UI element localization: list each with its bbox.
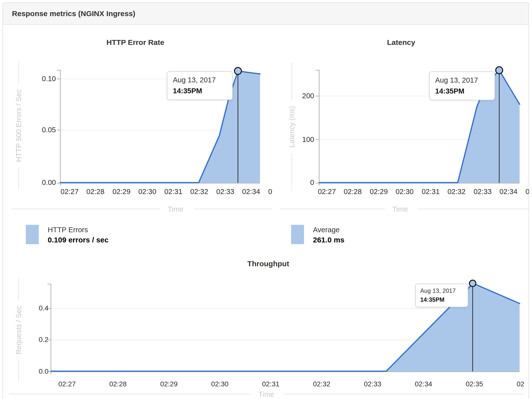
y-tick-label: 0.0 (19, 367, 48, 375)
tooltip-date: Aug 13, 2017 (420, 286, 468, 296)
axis-title-line (18, 167, 19, 190)
hover-marker-point[interactable] (496, 67, 503, 74)
axis-title-line (18, 278, 19, 300)
chart-title-latency: Latency (271, 38, 529, 47)
legend-swatch-average (291, 225, 304, 244)
x-tick-label: 02:33 (212, 188, 239, 196)
x-axis-title-errors: Time (161, 205, 190, 213)
y-axis-title-throughput: Requests / Sec (14, 278, 24, 382)
x-tick-label: 02:32 (308, 380, 335, 388)
axis-title-line (18, 61, 19, 84)
response-metrics-page: Response metrics (NGINX Ingress) HTTP Er… (0, 0, 532, 399)
axis-title-line (193, 209, 272, 209)
hover-marker-point[interactable] (469, 280, 476, 287)
legend-value: 0.109 errors / sec (48, 235, 109, 245)
legend-label: Average (313, 225, 344, 235)
axis-title-line (279, 209, 385, 209)
chart-http-error-rate[interactable]: HTTP Error Rate HTTP 500 Errors / Sec 0.… (2, 24, 272, 215)
x-tick-label: 02:28 (339, 188, 366, 196)
y-tick-label: 0.05 (26, 126, 56, 134)
x-tick-label: 02:27 (313, 188, 341, 196)
x-tick-label: 02:34 (410, 380, 437, 388)
chart-title-throughput: Throughput (2, 260, 524, 268)
x-tick-label: 02:27 (56, 188, 83, 196)
tooltip-time: 14:35PM (173, 86, 232, 96)
tooltip-date: Aug 13, 2017 (173, 74, 232, 86)
x-tick-label: 02:31 (160, 188, 187, 196)
x-tick-label: 02:30 (206, 380, 233, 388)
y-axis-title-errors: HTTP 500 Errors / Sec (14, 61, 24, 190)
card-header: Response metrics (NGINX Ingress) (3, 3, 529, 25)
hover-marker-point[interactable] (234, 67, 241, 74)
x-tick-label: 02:29 (155, 380, 183, 388)
legend-average-latency: Average 261.0 ms (291, 225, 344, 245)
x-tick-label: 02:29 (365, 188, 392, 196)
tooltip-error-rate: Aug 13, 2017 14:35PM (167, 71, 233, 100)
x-tick-label-clipped: 02:35 (521, 188, 529, 196)
x-tick-label: 02:33 (359, 380, 386, 388)
page-title: Response metrics (NGINX Ingress) (12, 3, 135, 24)
x-tick-label: 02:31 (257, 380, 284, 388)
y-tick-label: 0.00 (26, 178, 56, 187)
y-tick-label: 0.2 (19, 336, 48, 344)
x-tick-label: 02:30 (391, 188, 418, 196)
legend-swatch-http-errors (26, 225, 39, 244)
chart-throughput[interactable]: Throughput Requests / Sec 0.4 0.2 0.0 02… (2, 256, 524, 399)
y-tick-label: 200 (284, 92, 314, 100)
y-tick-label: 100 (284, 135, 314, 144)
x-tick-label: 02:34 (237, 188, 265, 196)
chart-title-error-rate: HTTP Error Rate (2, 38, 268, 47)
axis-title-line (11, 209, 160, 209)
x-tick-label: 02:34 (495, 188, 522, 196)
axis-title-line (418, 209, 529, 209)
tooltip-latency: Aug 13, 2017 14:35PM (429, 71, 495, 100)
x-tick-label: 02:28 (104, 380, 132, 388)
axis-title-line (9, 394, 250, 394)
tooltip-date: Aug 13, 2017 (435, 74, 494, 86)
x-tick-label: 02:27 (53, 380, 81, 388)
tooltip-time: 14:35PM (435, 86, 494, 96)
y-tick-label: 0 (284, 178, 314, 187)
x-axis-title-latency: Time (385, 205, 415, 213)
y-axis-title-latency: Latency (ms) (287, 62, 297, 191)
tooltip-throughput: Aug 13, 2017 14:35PM (415, 284, 468, 307)
x-tick-label: 02:32 (186, 188, 213, 196)
x-tick-label: 02:35 (461, 380, 488, 388)
legend-label: HTTP Errors (48, 225, 109, 235)
x-tick-label: 02:28 (82, 188, 109, 196)
axis-title-line (284, 394, 524, 394)
x-tick-label: 02:33 (469, 188, 496, 196)
y-tick-label: 0.4 (19, 304, 48, 312)
chart-latency[interactable]: Latency Latency (ms) 200 100 0 02:27 02:… (271, 24, 529, 215)
x-tick-label: 02:29 (108, 188, 135, 196)
x-axis-title-throughput: Time (251, 390, 281, 399)
x-tick-label: 02:31 (417, 188, 444, 196)
x-tick-label-clipped: 02:36 (512, 380, 524, 388)
throughput-plot-canvas[interactable] (2, 256, 524, 399)
legend-http-errors: HTTP Errors 0.109 errors / sec (26, 225, 109, 245)
tooltip-time: 14:35PM (420, 296, 468, 304)
x-tick-label: 02:32 (443, 188, 470, 196)
y-tick-label: 0.10 (26, 75, 56, 83)
x-tick-label: 02:30 (134, 188, 161, 196)
legend-value: 261.0 ms (313, 235, 344, 245)
